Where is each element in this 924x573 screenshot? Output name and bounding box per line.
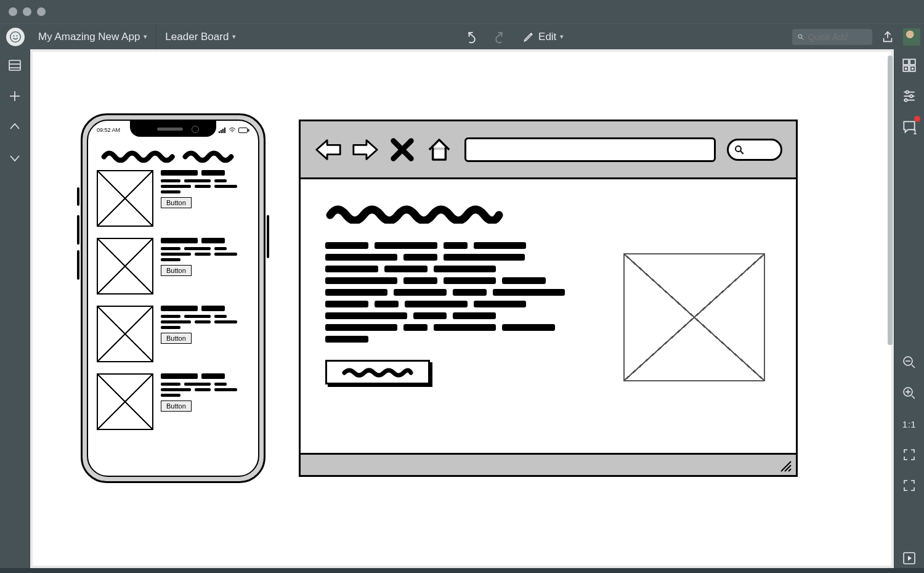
add-button[interactable] (5, 86, 25, 106)
zoom-out-button[interactable] (899, 352, 919, 372)
canvas-scrollbar[interactable] (886, 52, 894, 566)
back-arrow-icon[interactable] (314, 136, 342, 164)
app-toolbar: My Amazing New App ▾ Leader Board ▾ Edit… (0, 23, 924, 49)
svg-point-30 (910, 95, 912, 97)
item-button[interactable]: Button (161, 265, 192, 276)
app-logo[interactable] (6, 28, 25, 46)
browser-search-field[interactable] (727, 139, 782, 161)
share-button[interactable] (878, 28, 897, 46)
svg-line-34 (912, 365, 915, 368)
zoom-in-button[interactable] (899, 383, 919, 403)
browser-wireframe[interactable] (299, 120, 798, 477)
svg-point-23 (906, 68, 907, 69)
item-heading-squiggle (161, 373, 249, 379)
cta-button[interactable] (325, 360, 430, 384)
item-heading-squiggle (161, 306, 249, 311)
browser-body (301, 179, 796, 453)
move-down-button[interactable] (5, 148, 25, 168)
edit-label: Edit (538, 31, 556, 43)
body-text-squiggle (325, 242, 565, 343)
page-dropdown[interactable]: Leader Board ▾ (156, 24, 245, 50)
item-button[interactable]: Button (161, 400, 192, 412)
navigator-panel-button[interactable] (5, 55, 25, 75)
item-heading-squiggle (161, 170, 249, 176)
svg-line-37 (912, 396, 915, 399)
zoom-reset-button[interactable]: 1:1 (899, 414, 919, 434)
redo-button[interactable] (490, 28, 509, 46)
undo-button[interactable] (462, 28, 480, 46)
item-body-squiggle (161, 383, 249, 397)
image-placeholder (97, 373, 153, 430)
image-placeholder (97, 306, 153, 362)
svg-rect-10 (219, 131, 220, 133)
play-button[interactable] (899, 548, 919, 568)
quick-add-search[interactable] (792, 29, 872, 45)
close-window-button[interactable] (9, 7, 17, 16)
svg-point-32 (904, 99, 907, 101)
list-item[interactable]: Button (97, 170, 249, 227)
svg-line-17 (740, 151, 744, 154)
move-up-button[interactable] (5, 117, 25, 137)
svg-rect-5 (9, 60, 20, 70)
svg-point-2 (17, 35, 18, 36)
chevron-down-icon: ▾ (560, 33, 564, 41)
quick-add-input[interactable] (808, 32, 867, 42)
phone-statusbar: 09:52 AM (97, 124, 249, 136)
wifi-icon (229, 128, 236, 133)
svg-rect-22 (910, 59, 915, 65)
ui-library-button[interactable] (899, 55, 919, 75)
project-name-label: My Amazing New App (38, 31, 140, 43)
image-placeholder (97, 238, 153, 295)
svg-marker-41 (908, 556, 912, 561)
browser-footer (301, 453, 796, 475)
user-avatar[interactable] (903, 28, 920, 46)
item-body-squiggle (161, 179, 249, 193)
edit-mode-dropdown[interactable]: Edit ▾ (519, 31, 567, 43)
chevron-down-icon: ▾ (232, 33, 236, 41)
list-item[interactable]: Button (97, 373, 249, 430)
phone-wireframe[interactable]: 09:52 AM (81, 113, 265, 483)
project-dropdown[interactable]: My Amazing New App ▾ (30, 24, 156, 50)
toolbar-center-group: Edit ▾ (462, 28, 567, 46)
home-icon[interactable] (425, 136, 453, 164)
left-rail (0, 49, 30, 568)
svg-point-1 (14, 35, 15, 36)
svg-rect-15 (248, 129, 249, 131)
comments-button[interactable]: 1 (899, 117, 919, 137)
svg-point-16 (736, 146, 741, 152)
url-bar[interactable] (464, 137, 716, 162)
item-button[interactable]: Button (161, 333, 192, 344)
search-icon (734, 144, 745, 155)
properties-button[interactable] (899, 86, 919, 106)
svg-rect-11 (221, 130, 222, 133)
canvas-area[interactable]: 09:52 AM (30, 49, 894, 568)
item-button[interactable]: Button (161, 197, 192, 208)
notification-dot-icon (914, 116, 920, 122)
svg-rect-12 (222, 129, 224, 133)
image-placeholder (97, 170, 153, 227)
stop-x-icon[interactable] (388, 136, 416, 164)
svg-point-28 (906, 91, 909, 93)
minimize-window-button[interactable] (23, 7, 31, 16)
zoom-fit-button[interactable] (899, 445, 919, 465)
canvas[interactable]: 09:52 AM (33, 52, 891, 566)
item-heading-squiggle (161, 238, 249, 243)
mac-titlebar (0, 0, 924, 23)
item-body-squiggle (161, 247, 249, 261)
svg-rect-13 (224, 128, 225, 133)
svg-line-4 (801, 38, 803, 39)
page-name-label: Leader Board (165, 31, 229, 43)
chevron-down-icon: ▾ (144, 33, 147, 41)
svg-point-24 (912, 68, 913, 69)
list-item[interactable]: Button (97, 306, 249, 362)
zoom-window-button[interactable] (37, 7, 46, 16)
fullscreen-button[interactable] (899, 476, 919, 495)
forward-arrow-icon[interactable] (351, 136, 379, 164)
browser-toolbar (301, 121, 796, 179)
list-item[interactable]: Button (97, 238, 249, 295)
phone-time-label: 09:52 AM (97, 127, 120, 133)
svg-point-0 (10, 31, 21, 42)
resize-handle-icon[interactable] (779, 459, 792, 473)
comments-count: 1 (913, 129, 917, 136)
search-icon (797, 33, 804, 41)
